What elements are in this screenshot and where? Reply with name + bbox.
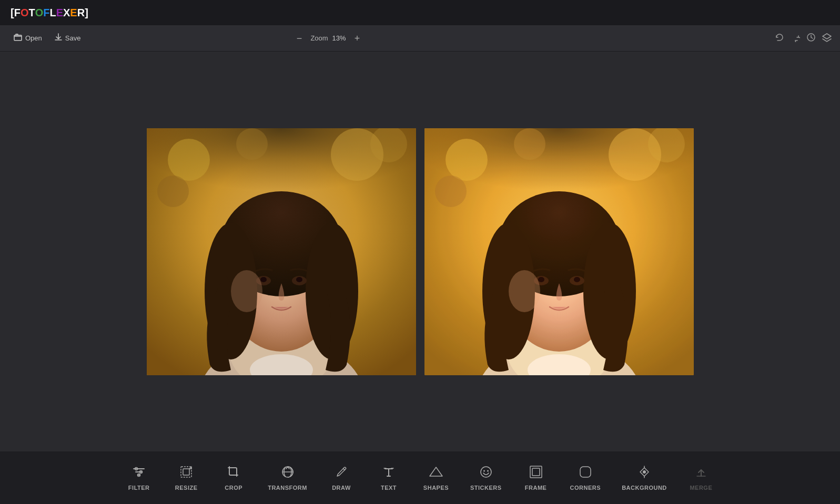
draw-label: DRAW: [332, 485, 351, 491]
open-button[interactable]: Open: [8, 31, 47, 45]
zoom-label: Zoom: [310, 34, 328, 42]
zoom-value: 13%: [332, 34, 346, 42]
stickers-label: STICKERS: [470, 485, 502, 491]
merge-label: MERGE: [690, 485, 712, 491]
logo-letter-r: R: [77, 7, 85, 19]
logo-letter-e2: E: [70, 7, 77, 19]
svg-point-60: [643, 470, 646, 474]
logo-letter-t: T: [28, 7, 35, 19]
tool-stickers[interactable]: STICKERS: [460, 459, 512, 496]
svg-point-56: [487, 470, 489, 472]
background-icon: [637, 465, 652, 481]
transform-icon: [280, 465, 295, 481]
tool-background[interactable]: BACKGROUND: [611, 459, 677, 496]
tool-resize[interactable]: RESIZE: [163, 459, 210, 496]
open-icon: [14, 34, 22, 43]
svg-rect-59: [580, 467, 591, 477]
zoom-in-button[interactable]: +: [350, 33, 365, 44]
tool-crop[interactable]: CROP: [210, 459, 257, 496]
photo-original: [147, 128, 416, 375]
crop-label: CROP: [225, 485, 242, 491]
logo-letter-l: L: [49, 7, 56, 19]
tool-shapes[interactable]: SHAPES: [412, 459, 460, 496]
logo-letter-x: X: [63, 7, 70, 19]
transform-label: TRANSFORM: [268, 485, 307, 491]
svg-point-4: [168, 139, 210, 181]
tool-merge: MERGE: [677, 459, 725, 496]
zoom-minus-icon: −: [297, 33, 302, 44]
svg-point-5: [236, 128, 268, 160]
svg-rect-50: [183, 469, 189, 475]
svg-marker-53: [430, 467, 442, 476]
svg-point-18: [260, 277, 267, 282]
save-icon: [55, 33, 62, 43]
corners-icon: [578, 465, 593, 481]
svg-rect-58: [532, 468, 540, 476]
tool-filter[interactable]: FILTER: [115, 459, 163, 496]
open-label: Open: [25, 34, 42, 42]
undo-button[interactable]: [775, 33, 784, 44]
resize-icon: [179, 465, 194, 481]
photo-edited: [424, 128, 694, 375]
logo-letter-f2: F: [43, 7, 49, 19]
redo-button[interactable]: [791, 33, 800, 44]
brand-bar: [ F O T O F L E X E R ]: [0, 0, 840, 25]
text-icon: [381, 465, 396, 481]
history-icon[interactable]: [806, 33, 816, 44]
svg-rect-42: [424, 128, 694, 375]
save-button[interactable]: Save: [49, 30, 86, 46]
logo-letter-f: F: [14, 7, 21, 19]
images-container: [147, 128, 694, 375]
svg-point-54: [481, 467, 491, 477]
logo-bracket-left: [: [11, 7, 14, 19]
tool-corners[interactable]: CORNERS: [560, 459, 612, 496]
text-label: TEXT: [381, 485, 397, 491]
logo-letter-e1: E: [56, 7, 63, 19]
layers-icon[interactable]: [822, 33, 832, 44]
filter-label: FILTER: [128, 485, 150, 491]
tool-draw[interactable]: DRAW: [318, 459, 365, 496]
logo: [ F O T O F L E X E R ]: [11, 7, 88, 19]
crop-icon: [226, 465, 241, 481]
svg-line-52: [343, 469, 345, 470]
canvas-area: [0, 52, 840, 451]
background-label: BACKGROUND: [622, 485, 667, 491]
right-toolbar: [775, 33, 832, 44]
save-label: Save: [65, 34, 81, 42]
merge-icon: [694, 465, 709, 481]
shapes-icon: [429, 465, 443, 481]
zoom-plus-icon: +: [355, 33, 360, 44]
svg-point-55: [483, 470, 485, 472]
filter-icon: [131, 465, 146, 481]
corners-label: CORNERS: [570, 485, 601, 491]
stickers-icon: [479, 465, 493, 481]
toolbar: Open Save − Zoom 13% +: [0, 25, 840, 52]
shapes-label: SHAPES: [423, 485, 449, 491]
svg-point-19: [296, 277, 302, 282]
zoom-controls: − Zoom 13% +: [292, 33, 364, 44]
frame-label: FRAME: [525, 485, 547, 491]
frame-icon: [529, 465, 543, 481]
svg-point-8: [157, 176, 189, 207]
tool-frame[interactable]: FRAME: [512, 459, 560, 496]
draw-icon: [334, 465, 349, 481]
tool-text[interactable]: TEXT: [365, 459, 412, 496]
bottom-toolbar: FILTER RESIZE CROP: [0, 451, 840, 504]
svg-point-20: [231, 270, 262, 312]
zoom-out-button[interactable]: −: [292, 33, 307, 44]
logo-letter-o2: O: [35, 7, 44, 19]
resize-label: RESIZE: [175, 485, 198, 491]
logo-bracket-right: ]: [85, 7, 88, 19]
logo-letter-o1: O: [21, 7, 29, 19]
tool-transform[interactable]: TRANSFORM: [257, 459, 318, 496]
